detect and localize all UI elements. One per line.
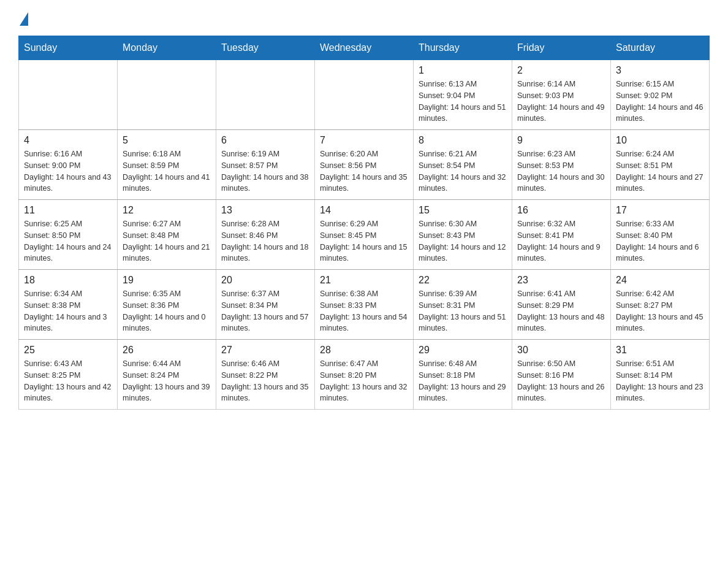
header-monday: Monday bbox=[118, 36, 216, 60]
calendar-cell bbox=[315, 60, 414, 130]
day-info: Sunrise: 6:29 AMSunset: 8:45 PMDaylight:… bbox=[320, 218, 408, 264]
day-number: 7 bbox=[320, 135, 408, 146]
day-info: Sunrise: 6:21 AMSunset: 8:54 PMDaylight:… bbox=[419, 148, 507, 194]
day-number: 13 bbox=[221, 205, 309, 216]
day-number: 1 bbox=[419, 65, 507, 76]
header-tuesday: Tuesday bbox=[216, 36, 315, 60]
calendar-cell: 17Sunrise: 6:33 AMSunset: 8:40 PMDayligh… bbox=[611, 200, 710, 270]
calendar-row: 25Sunrise: 6:43 AMSunset: 8:25 PMDayligh… bbox=[19, 340, 710, 410]
calendar-cell: 22Sunrise: 6:39 AMSunset: 8:31 PMDayligh… bbox=[414, 270, 512, 340]
calendar-cell: 21Sunrise: 6:38 AMSunset: 8:33 PMDayligh… bbox=[315, 270, 414, 340]
calendar-cell: 5Sunrise: 6:18 AMSunset: 8:59 PMDaylight… bbox=[118, 130, 216, 200]
header-wednesday: Wednesday bbox=[315, 36, 414, 60]
day-info: Sunrise: 6:41 AMSunset: 8:29 PMDaylight:… bbox=[517, 288, 605, 334]
calendar-cell: 20Sunrise: 6:37 AMSunset: 8:34 PMDayligh… bbox=[216, 270, 315, 340]
day-info: Sunrise: 6:48 AMSunset: 8:18 PMDaylight:… bbox=[419, 358, 507, 404]
day-info: Sunrise: 6:34 AMSunset: 8:38 PMDaylight:… bbox=[24, 288, 112, 334]
calendar-cell: 19Sunrise: 6:35 AMSunset: 8:36 PMDayligh… bbox=[118, 270, 216, 340]
day-number: 26 bbox=[123, 345, 211, 356]
day-number: 25 bbox=[24, 345, 112, 356]
day-info: Sunrise: 6:24 AMSunset: 8:51 PMDaylight:… bbox=[616, 148, 704, 194]
day-number: 18 bbox=[24, 275, 112, 286]
calendar-cell: 25Sunrise: 6:43 AMSunset: 8:25 PMDayligh… bbox=[19, 340, 118, 410]
calendar-cell: 1Sunrise: 6:13 AMSunset: 9:04 PMDaylight… bbox=[414, 60, 512, 130]
day-number: 9 bbox=[517, 135, 605, 146]
day-number: 10 bbox=[616, 135, 704, 146]
calendar-cell bbox=[19, 60, 118, 130]
calendar-cell: 26Sunrise: 6:44 AMSunset: 8:24 PMDayligh… bbox=[118, 340, 216, 410]
day-info: Sunrise: 6:37 AMSunset: 8:34 PMDaylight:… bbox=[221, 288, 309, 334]
calendar-cell: 9Sunrise: 6:23 AMSunset: 8:53 PMDaylight… bbox=[512, 130, 611, 200]
day-number: 24 bbox=[616, 275, 704, 286]
calendar-cell: 8Sunrise: 6:21 AMSunset: 8:54 PMDaylight… bbox=[414, 130, 512, 200]
day-info: Sunrise: 6:20 AMSunset: 8:56 PMDaylight:… bbox=[320, 148, 408, 194]
logo-triangle-icon bbox=[20, 12, 28, 26]
day-number: 17 bbox=[616, 205, 704, 216]
calendar-cell: 28Sunrise: 6:47 AMSunset: 8:20 PMDayligh… bbox=[315, 340, 414, 410]
day-info: Sunrise: 6:19 AMSunset: 8:57 PMDaylight:… bbox=[221, 148, 309, 194]
day-number: 4 bbox=[24, 135, 112, 146]
day-number: 15 bbox=[419, 205, 507, 216]
calendar-table: Sunday Monday Tuesday Wednesday Thursday… bbox=[18, 36, 710, 410]
calendar-cell: 12Sunrise: 6:27 AMSunset: 8:48 PMDayligh… bbox=[118, 200, 216, 270]
calendar-cell: 23Sunrise: 6:41 AMSunset: 8:29 PMDayligh… bbox=[512, 270, 611, 340]
day-info: Sunrise: 6:38 AMSunset: 8:33 PMDaylight:… bbox=[320, 288, 408, 334]
day-info: Sunrise: 6:51 AMSunset: 8:14 PMDaylight:… bbox=[616, 358, 704, 404]
calendar-cell: 6Sunrise: 6:19 AMSunset: 8:57 PMDaylight… bbox=[216, 130, 315, 200]
calendar-row: 11Sunrise: 6:25 AMSunset: 8:50 PMDayligh… bbox=[19, 200, 710, 270]
day-info: Sunrise: 6:47 AMSunset: 8:20 PMDaylight:… bbox=[320, 358, 408, 404]
calendar-cell: 14Sunrise: 6:29 AMSunset: 8:45 PMDayligh… bbox=[315, 200, 414, 270]
day-number: 23 bbox=[517, 275, 605, 286]
calendar-cell: 18Sunrise: 6:34 AMSunset: 8:38 PMDayligh… bbox=[19, 270, 118, 340]
day-number: 30 bbox=[517, 345, 605, 356]
day-number: 22 bbox=[419, 275, 507, 286]
day-info: Sunrise: 6:30 AMSunset: 8:43 PMDaylight:… bbox=[419, 218, 507, 264]
day-info: Sunrise: 6:13 AMSunset: 9:04 PMDaylight:… bbox=[419, 79, 507, 124]
day-number: 27 bbox=[221, 345, 309, 356]
day-info: Sunrise: 6:35 AMSunset: 8:36 PMDaylight:… bbox=[123, 288, 211, 334]
calendar-cell: 29Sunrise: 6:48 AMSunset: 8:18 PMDayligh… bbox=[414, 340, 512, 410]
calendar-cell: 7Sunrise: 6:20 AMSunset: 8:56 PMDaylight… bbox=[315, 130, 414, 200]
day-info: Sunrise: 6:50 AMSunset: 8:16 PMDaylight:… bbox=[517, 358, 605, 404]
calendar-cell: 31Sunrise: 6:51 AMSunset: 8:14 PMDayligh… bbox=[611, 340, 710, 410]
calendar-row: 4Sunrise: 6:16 AMSunset: 9:00 PMDaylight… bbox=[19, 130, 710, 200]
header-sunday: Sunday bbox=[19, 36, 118, 60]
calendar-header-row: Sunday Monday Tuesday Wednesday Thursday… bbox=[19, 36, 710, 60]
calendar-cell: 27Sunrise: 6:46 AMSunset: 8:22 PMDayligh… bbox=[216, 340, 315, 410]
day-info: Sunrise: 6:28 AMSunset: 8:46 PMDaylight:… bbox=[221, 218, 309, 264]
day-number: 19 bbox=[123, 275, 211, 286]
day-info: Sunrise: 6:39 AMSunset: 8:31 PMDaylight:… bbox=[419, 288, 507, 334]
day-info: Sunrise: 6:14 AMSunset: 9:03 PMDaylight:… bbox=[517, 79, 605, 124]
calendar-cell: 3Sunrise: 6:15 AMSunset: 9:02 PMDaylight… bbox=[611, 60, 710, 130]
day-info: Sunrise: 6:32 AMSunset: 8:41 PMDaylight:… bbox=[517, 218, 605, 264]
day-info: Sunrise: 6:42 AMSunset: 8:27 PMDaylight:… bbox=[616, 288, 704, 334]
calendar-cell: 2Sunrise: 6:14 AMSunset: 9:03 PMDaylight… bbox=[512, 60, 611, 130]
calendar-cell: 4Sunrise: 6:16 AMSunset: 9:00 PMDaylight… bbox=[19, 130, 118, 200]
header-saturday: Saturday bbox=[611, 36, 710, 60]
calendar-cell: 24Sunrise: 6:42 AMSunset: 8:27 PMDayligh… bbox=[611, 270, 710, 340]
day-info: Sunrise: 6:46 AMSunset: 8:22 PMDaylight:… bbox=[221, 358, 309, 404]
day-number: 8 bbox=[419, 135, 507, 146]
calendar-cell bbox=[216, 60, 315, 130]
header-thursday: Thursday bbox=[414, 36, 512, 60]
day-number: 31 bbox=[616, 345, 704, 356]
day-info: Sunrise: 6:18 AMSunset: 8:59 PMDaylight:… bbox=[123, 148, 211, 194]
day-number: 29 bbox=[419, 345, 507, 356]
day-number: 5 bbox=[123, 135, 211, 146]
day-number: 2 bbox=[517, 65, 605, 76]
day-info: Sunrise: 6:15 AMSunset: 9:02 PMDaylight:… bbox=[616, 79, 704, 124]
header bbox=[18, 12, 710, 23]
calendar-cell: 15Sunrise: 6:30 AMSunset: 8:43 PMDayligh… bbox=[414, 200, 512, 270]
calendar-cell: 13Sunrise: 6:28 AMSunset: 8:46 PMDayligh… bbox=[216, 200, 315, 270]
day-number: 12 bbox=[123, 205, 211, 216]
day-number: 28 bbox=[320, 345, 408, 356]
day-number: 21 bbox=[320, 275, 408, 286]
calendar-cell: 11Sunrise: 6:25 AMSunset: 8:50 PMDayligh… bbox=[19, 200, 118, 270]
calendar-row: 18Sunrise: 6:34 AMSunset: 8:38 PMDayligh… bbox=[19, 270, 710, 340]
calendar-cell: 10Sunrise: 6:24 AMSunset: 8:51 PMDayligh… bbox=[611, 130, 710, 200]
day-info: Sunrise: 6:44 AMSunset: 8:24 PMDaylight:… bbox=[123, 358, 211, 404]
calendar-row: 1Sunrise: 6:13 AMSunset: 9:04 PMDaylight… bbox=[19, 60, 710, 130]
calendar-cell: 16Sunrise: 6:32 AMSunset: 8:41 PMDayligh… bbox=[512, 200, 611, 270]
day-number: 3 bbox=[616, 65, 704, 76]
day-info: Sunrise: 6:27 AMSunset: 8:48 PMDaylight:… bbox=[123, 218, 211, 264]
